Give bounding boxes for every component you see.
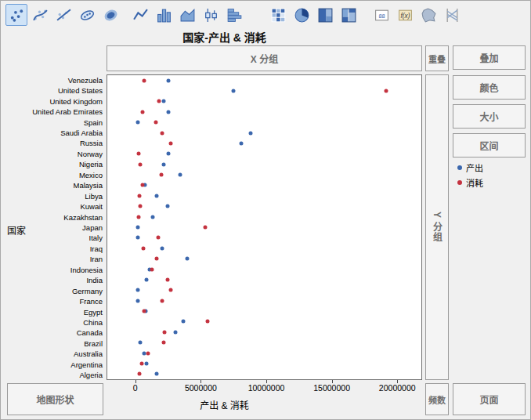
data-point[interactable]: [138, 205, 142, 208]
element-line-button[interactable]: [129, 4, 151, 26]
data-point[interactable]: [137, 372, 141, 376]
treemap-icon: [317, 7, 334, 24]
overlap-dropzone[interactable]: 重叠: [425, 45, 449, 71]
data-point[interactable]: [173, 330, 177, 334]
y-tick-label: Kuwait: [80, 202, 103, 211]
page-dropzone[interactable]: 页面: [453, 383, 526, 415]
overlay-dropzone[interactable]: 叠加: [453, 45, 526, 70]
element-points-button[interactable]: [5, 4, 27, 26]
data-point[interactable]: [232, 89, 236, 93]
y-tick-label: Argentina: [70, 360, 103, 368]
element-line-of-fit-button[interactable]: [52, 4, 74, 26]
data-point[interactable]: [163, 330, 167, 334]
element-heatmap-button[interactable]: [267, 4, 289, 26]
data-point[interactable]: [137, 194, 141, 197]
data-point[interactable]: [160, 299, 164, 302]
element-treemap-button[interactable]: [314, 4, 336, 26]
element-smoother-button[interactable]: [29, 4, 51, 26]
points-icon: [9, 7, 25, 24]
data-point[interactable]: [140, 361, 144, 365]
data-point[interactable]: [167, 78, 171, 82]
element-caption-box-button[interactable]: 88: [370, 4, 392, 26]
data-point[interactable]: [165, 277, 169, 281]
data-point[interactable]: [151, 215, 155, 219]
data-point[interactable]: [135, 288, 139, 292]
data-point[interactable]: [181, 320, 185, 324]
data-point[interactable]: [203, 226, 207, 230]
element-map-shapes-button[interactable]: [417, 4, 439, 26]
interval-dropzone[interactable]: 区间: [453, 133, 526, 158]
data-point[interactable]: [156, 236, 160, 240]
data-point[interactable]: [168, 288, 172, 292]
bar-icon: [156, 7, 172, 24]
plot-area[interactable]: [107, 74, 422, 380]
element-histogram-button[interactable]: [223, 4, 245, 26]
data-point[interactable]: [160, 246, 164, 250]
x-axis[interactable]: 05000000100000001500000020000000: [107, 380, 422, 394]
data-point[interactable]: [168, 141, 172, 145]
x-axis-title: 产出 & 消耗: [1, 398, 448, 411]
size-dropzone[interactable]: 大小: [453, 104, 526, 129]
data-point[interactable]: [144, 361, 148, 365]
data-point[interactable]: [144, 277, 148, 281]
data-point[interactable]: [161, 100, 165, 103]
data-point[interactable]: [135, 226, 139, 230]
data-point[interactable]: [155, 372, 159, 376]
y-tick-label: Brazil: [84, 339, 103, 347]
data-point[interactable]: [135, 121, 139, 125]
element-pie-button[interactable]: [291, 4, 312, 26]
legend-item-1[interactable]: 产出: [457, 161, 483, 174]
data-point[interactable]: [154, 121, 158, 125]
data-point[interactable]: [143, 310, 146, 313]
data-point[interactable]: [160, 131, 164, 135]
data-point[interactable]: [136, 215, 140, 219]
color-dropzone[interactable]: 颜色: [453, 75, 526, 100]
data-point[interactable]: [137, 152, 141, 156]
element-ellipse-button[interactable]: [76, 4, 98, 26]
data-point[interactable]: [155, 257, 159, 261]
y-group-dropzone[interactable]: Y 分组: [425, 74, 449, 380]
data-point[interactable]: [157, 100, 161, 103]
toolbar-separator: [247, 15, 267, 16]
element-formula-button[interactable]: f(x): [394, 4, 416, 26]
data-point[interactable]: [138, 341, 142, 345]
y-tick-label: Libya: [85, 191, 103, 200]
data-point[interactable]: [150, 267, 154, 271]
formula-icon: f(x): [397, 7, 414, 24]
data-point[interactable]: [249, 131, 253, 135]
element-contour-button[interactable]: [99, 4, 121, 26]
element-mosaic-button[interactable]: [338, 4, 359, 26]
legend-item-2[interactable]: 消耗: [457, 176, 483, 189]
data-point[interactable]: [142, 78, 146, 82]
data-point[interactable]: [140, 183, 144, 187]
data-point[interactable]: [162, 341, 166, 345]
box-plot-icon: [203, 7, 219, 24]
data-point[interactable]: [146, 351, 150, 355]
data-point[interactable]: [206, 320, 210, 324]
data-point[interactable]: [140, 110, 144, 114]
data-point[interactable]: [160, 173, 164, 177]
data-point[interactable]: [385, 89, 388, 93]
data-point[interactable]: [138, 162, 142, 166]
data-point[interactable]: [141, 246, 145, 250]
element-parallel-plot-button[interactable]: [441, 4, 463, 26]
data-point[interactable]: [135, 236, 139, 240]
element-bar-button[interactable]: [153, 4, 175, 26]
x-group-dropzone[interactable]: X 分组: [107, 45, 422, 71]
element-area-button[interactable]: [176, 4, 198, 26]
data-point[interactable]: [155, 194, 159, 197]
data-point[interactable]: [179, 173, 182, 177]
data-point[interactable]: [167, 110, 171, 114]
data-point[interactable]: [186, 257, 190, 261]
y-axis-labels[interactable]: VenezuelaUnited StatesUnited KingdomUnit…: [29, 74, 105, 380]
data-point[interactable]: [167, 152, 171, 156]
y-tick-label: Australia: [74, 349, 103, 358]
data-point[interactable]: [161, 162, 165, 166]
y-tick-label: China: [83, 318, 103, 327]
data-point[interactable]: [240, 141, 244, 145]
graph-title: 国家-产出 & 消耗: [1, 29, 448, 45]
element-box-plot-button[interactable]: [200, 4, 222, 26]
line-icon: [132, 7, 149, 24]
data-point[interactable]: [165, 205, 169, 208]
data-point[interactable]: [135, 299, 139, 302]
